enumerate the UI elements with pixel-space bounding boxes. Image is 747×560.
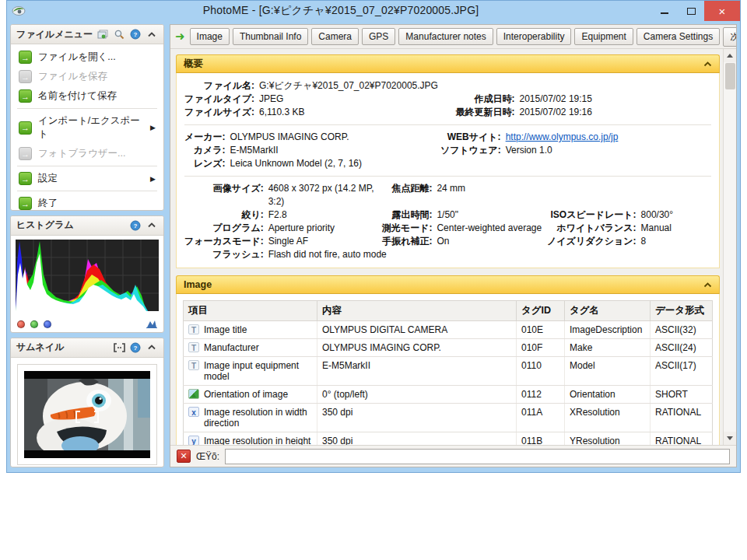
tab-image[interactable]: Image: [190, 28, 230, 45]
program-value: Aperture priority: [268, 222, 377, 235]
vertical-scrollbar[interactable]: [723, 49, 736, 445]
tab-thumbnail-info[interactable]: Thumbnail Info: [233, 28, 308, 45]
metadata-scroll-area: 概要 ファイル名: G:¥ピクチャ¥2015_07_02¥P7020005.JP…: [170, 49, 723, 445]
red-channel-toggle[interactable]: [17, 320, 25, 328]
menu-item-settings[interactable]: → 設定 ▶: [11, 169, 163, 188]
exposure-value: 1/50": [437, 208, 542, 222]
field-label: 最終更新日時:: [455, 106, 514, 119]
table-row[interactable]: ▲Orientation of image 0° (top/left)0112O…: [184, 386, 713, 404]
field-label: ISOスピードレート:: [547, 208, 637, 222]
focus-area-icon[interactable]: [113, 341, 125, 354]
histogram-title: ヒストグラム: [16, 219, 125, 232]
overview-section-body: ファイル名: G:¥ピクチャ¥2015_07_02¥P7020005.JPG フ…: [176, 73, 720, 268]
image-section-body: 項目 内容 タグID タグ名 データ形式 TImage title: [176, 294, 720, 445]
file-size-value: 6,110.3 KB: [259, 106, 451, 119]
modified-value: 2015/07/02 19:16: [519, 106, 711, 119]
focal-length-value: 24 mm: [437, 182, 542, 208]
photome-logo-icon: [12, 5, 26, 17]
histogram-panel: ヒストグラム ?: [10, 215, 164, 333]
menu-item-exit[interactable]: → 終了: [11, 194, 163, 211]
photos-icon[interactable]: [96, 28, 109, 40]
field-label: 手振れ補正:: [382, 235, 433, 248]
help-icon[interactable]: ?: [129, 341, 142, 354]
image-section-header[interactable]: Image: [176, 275, 720, 294]
collapse-file-menu-icon[interactable]: [146, 28, 158, 40]
table-row[interactable]: xImage resolution in width direction 350…: [184, 404, 713, 432]
website-link[interactable]: http://www.olympus.co.jp/jp: [506, 131, 711, 144]
field-label: ファイル名:: [184, 79, 254, 93]
go-arrow-icon[interactable]: ➜: [175, 30, 185, 44]
minimize-button[interactable]: [651, 1, 678, 21]
field-label: カメラ:: [184, 144, 226, 157]
collapse-thumbnail-icon[interactable]: [146, 341, 158, 354]
col-value[interactable]: 内容: [317, 301, 517, 321]
overview-section-header[interactable]: 概要: [176, 54, 720, 73]
green-arrow-icon: →: [19, 172, 32, 185]
field-label: メーカー:: [184, 131, 226, 144]
table-row[interactable]: TImage input equipment model E-M5MarkII0…: [184, 357, 713, 386]
green-channel-toggle[interactable]: [30, 320, 38, 328]
field-label: WEBサイト:: [440, 131, 501, 144]
search-input[interactable]: [225, 449, 730, 464]
menu-item-open-file[interactable]: → ファイルを開く...: [11, 47, 163, 67]
field-label: 絞り:: [184, 208, 264, 222]
tab-next[interactable]: 次...: [723, 27, 737, 47]
thumbnail-title: サムネイル: [16, 341, 109, 354]
close-button[interactable]: ×: [704, 1, 740, 21]
field-label: 測光モード:: [382, 222, 433, 235]
file-menu-panel: ファイルメニュー ? →: [10, 24, 164, 211]
table-row[interactable]: TImage title OLYMPUS DIGITAL CAMERA010EI…: [184, 321, 713, 339]
green-arrow-icon: →: [19, 51, 32, 64]
col-tag-id[interactable]: タグID: [517, 301, 565, 321]
field-label: プログラム:: [184, 222, 264, 235]
tab-camera[interactable]: Camera: [311, 28, 359, 45]
menu-item-photo-browser: → フォトブラウザー...: [11, 144, 163, 163]
close-search-button[interactable]: ✕: [177, 450, 191, 463]
search-label: ŒŸõ:: [196, 451, 219, 462]
image-size-value: 4608 x 3072 px (14.2 MP, 3:2): [268, 182, 377, 208]
divider: [184, 124, 711, 125]
tab-equipment[interactable]: Equipment: [574, 28, 633, 45]
collapse-image-section-icon[interactable]: [703, 282, 712, 288]
menu-item-save-as[interactable]: → 名前を付けて保存: [11, 86, 163, 106]
menu-item-save-file: → ファイルを保存: [11, 67, 163, 86]
tab-toolbar: ➜ Image Thumbnail Info Camera GPS Manufa…: [170, 25, 736, 49]
green-arrow-icon: →: [19, 89, 32, 103]
blue-channel-toggle[interactable]: [44, 320, 51, 328]
scroll-up-button[interactable]: [724, 49, 737, 62]
col-tag-name[interactable]: タグ名: [565, 301, 651, 321]
scrollbar-track[interactable]: [724, 62, 737, 432]
tab-manufacturer-notes[interactable]: Manufacturer notes: [398, 28, 493, 45]
col-item[interactable]: 項目: [184, 301, 317, 321]
tab-interoperability[interactable]: Interoperability: [496, 28, 572, 45]
menu-item-import-export[interactable]: → インポート/エクスポート ▶: [11, 111, 163, 144]
chart-mode-icon[interactable]: [146, 317, 157, 331]
help-icon[interactable]: ?: [129, 28, 142, 40]
tab-gps[interactable]: GPS: [362, 28, 395, 45]
noise-reduction-value: 8: [641, 235, 711, 248]
submenu-arrow-icon: ▶: [150, 175, 156, 183]
exif-table: 項目 内容 タグID タグ名 データ形式 TImage title: [183, 300, 713, 445]
col-format[interactable]: データ形式: [651, 301, 713, 321]
focus-mode-value: Single AF: [268, 235, 377, 248]
text-icon: T: [188, 360, 199, 370]
table-row[interactable]: TManufacturer OLYMPUS IMAGING CORP.010FM…: [184, 339, 713, 357]
file-menu: → ファイルを開く... → ファイルを保存 → 名前を付けて保存 → インポ: [11, 44, 163, 211]
maximize-button[interactable]: [678, 1, 704, 21]
window-title: PhotoME - [G:¥ピクチャ¥2015_07_02¥P7020005.J…: [30, 4, 651, 18]
divider: [184, 176, 711, 177]
collapse-histogram-icon[interactable]: [146, 219, 158, 232]
search-icon[interactable]: [113, 28, 125, 40]
main-panel: ➜ Image Thumbnail Info Camera GPS Manufa…: [170, 24, 737, 467]
scrollbar-thumb[interactable]: [725, 63, 735, 89]
search-bar: ✕ ŒŸõ:: [170, 445, 736, 467]
sidebar: ファイルメニュー ? →: [10, 24, 164, 467]
help-icon[interactable]: ?: [129, 219, 142, 232]
tab-camera-settings[interactable]: Camera Settings: [637, 28, 720, 45]
scroll-down-button[interactable]: [724, 432, 737, 445]
field-label: レンズ:: [184, 157, 226, 170]
field-label: ホワイトバランス:: [547, 222, 637, 235]
collapse-overview-icon[interactable]: [703, 61, 712, 67]
table-row[interactable]: yImage resolution in height direction 35…: [184, 432, 713, 446]
submenu-arrow-icon: ▶: [150, 124, 156, 131]
